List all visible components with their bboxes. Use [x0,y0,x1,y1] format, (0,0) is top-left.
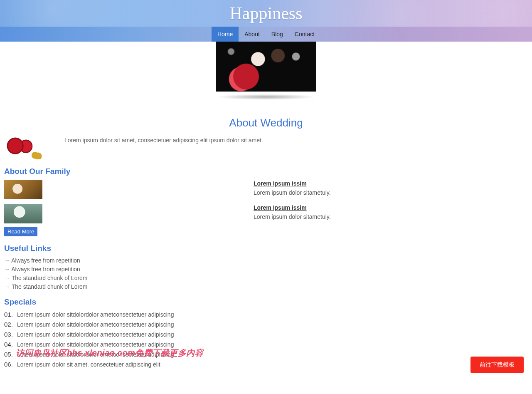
family-text: Lorem ipsum dolor sitametuiy. [254,213,528,220]
family-heading: About Our Family [4,167,528,176]
specials-list: Lorem ipsum dolor sitdolordolor ametcons… [4,311,528,368]
link-item: Always free from repetition [4,257,528,264]
nav-link[interactable]: Blog [266,27,289,42]
header: Happiness [0,0,532,27]
roses-image [4,137,44,159]
watermark-text: 访问血鸟社区bbs.xleniao.com免费下载更多内容 [16,347,203,359]
link[interactable]: The standard chunk of Lorem [12,275,88,281]
special-item: Lorem ipsum dolor sitdolordolor ametcons… [4,321,528,328]
family-info-2: Lorem Ipsum issim Lorem ipsum dolor sita… [254,204,528,223]
family-text: Lorem ipsum dolor sitametuiy. [254,189,528,196]
links-heading: Useful Links [4,244,528,253]
family-grid: Lorem Ipsum issim Lorem ipsum dolor sita… [4,180,528,223]
nav-link[interactable]: Contact [289,27,320,42]
hero-shadow [216,94,316,100]
link[interactable]: The standard chunk of Lorem [12,283,88,290]
link-item: The standard chunk of Lorem [4,283,528,290]
family-thumb-2 [4,204,42,223]
link-item: Always free from repetition [4,266,528,273]
useful-links: Always free from repetition Always free … [4,257,528,290]
nav-link[interactable]: About [239,27,266,42]
read-more-button[interactable]: Read More [4,227,37,236]
about-text: Lorem ipsum dolor sit amet, consectetuer… [64,136,263,145]
family-title-link[interactable]: Lorem Ipsum issim [254,180,307,187]
special-item: Lorem ipsum dolor sitdolordolor ametcons… [4,311,528,318]
special-text: Lorem ipsum dolor sitdolordolor ametcons… [17,311,174,318]
nav-link[interactable]: Home [212,27,239,42]
nav-item-home[interactable]: Home [212,27,239,42]
special-text: Lorem ipsum dolor sitdolordolor ametcons… [17,321,174,328]
about-heading: About Wedding [4,116,528,129]
hero-image [216,42,316,92]
link[interactable]: Always free from repetition [11,257,80,264]
site-logo[interactable]: Happiness [230,3,303,23]
specials-heading: Specials [4,297,528,307]
special-item: Lorem ipsum dolor sitdolordolor ametcons… [4,341,528,348]
family-thumb-1 [4,180,42,199]
special-item: Lorem ipsum dolor sitdolordolor ametcons… [4,331,528,338]
hero [0,42,532,114]
special-item: Lorem ipsum dolor sit amet, consectetuer… [4,361,528,368]
family-title-link[interactable]: Lorem Ipsum issim [254,204,307,211]
special-text: Lorem ipsum dolor sitdolordolor ametcons… [17,341,174,348]
special-text: Lorem ipsum dolor sit amet, consectetuer… [17,361,160,368]
family-info-1: Lorem Ipsum issim Lorem ipsum dolor sita… [254,180,528,199]
download-template-button[interactable]: 前往下载模板 [470,357,524,371]
about-row: Lorem ipsum dolor sit amet, consectetuer… [4,137,528,159]
link-item: The standard chunk of Lorem [4,275,528,281]
link[interactable]: Always free from repetition [11,266,80,273]
nav-item-blog[interactable]: Blog [266,27,289,42]
special-text: Lorem ipsum dolor sitdolordolor ametcons… [17,331,174,338]
nav-item-contact[interactable]: Contact [289,27,320,42]
main-nav: Home About Blog Contact [0,27,532,42]
nav-item-about[interactable]: About [239,27,266,42]
